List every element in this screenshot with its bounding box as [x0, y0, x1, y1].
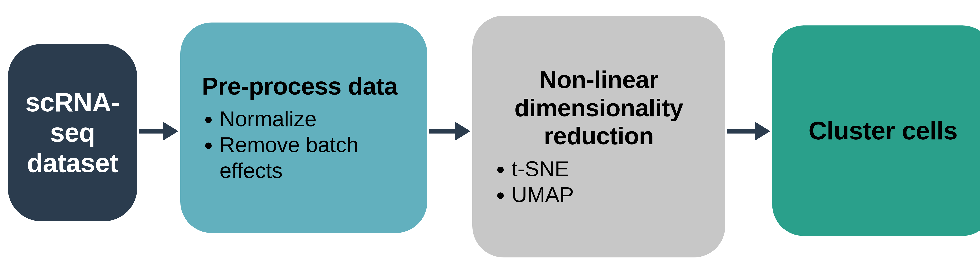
node-preprocess-bullets: Normalize Remove batch effects [202, 106, 406, 184]
node-preprocess-title: Pre-process data [202, 72, 406, 100]
bullet: t-SNE [512, 156, 704, 182]
arrow-head-icon [163, 122, 178, 141]
arrow-shaft [139, 129, 165, 133]
node-cluster: Cluster cells [772, 25, 980, 236]
bullet: UMAP [512, 182, 704, 207]
workflow-diagram: scRNA-seq dataset Pre-process data Norma… [0, 0, 980, 269]
node-dimreduction-bullets: t-SNE UMAP [494, 156, 704, 207]
node-cluster-title: Cluster cells [808, 116, 958, 146]
node-dataset-title: scRNA-seq dataset [25, 87, 120, 178]
arrow-head-icon [455, 122, 470, 141]
bullet: Normalize [220, 106, 406, 132]
node-dimreduction-title: Non-linear dimensionality reduction [494, 66, 704, 150]
bullet: Remove batch effects [220, 132, 406, 184]
node-dataset: scRNA-seq dataset [8, 44, 137, 221]
arrow-shaft [727, 129, 757, 133]
node-preprocess: Pre-process data Normalize Remove batch … [180, 22, 427, 233]
node-dimreduction: Non-linear dimensionality reduction t-SN… [473, 16, 725, 258]
arrow-head-icon [755, 122, 770, 141]
arrow-shaft [429, 129, 457, 133]
